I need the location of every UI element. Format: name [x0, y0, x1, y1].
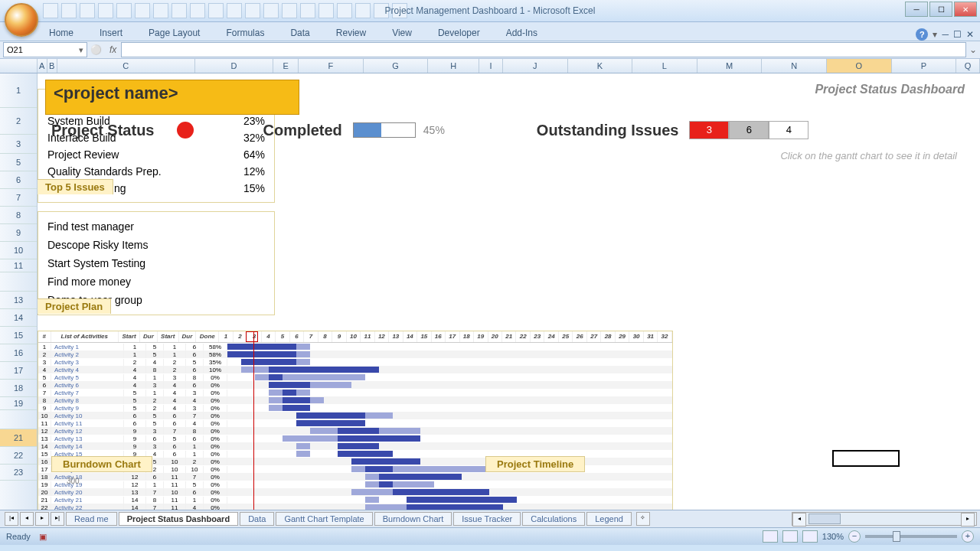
col-header-B[interactable]: B: [47, 59, 57, 73]
ribbon-tab-formulas[interactable]: Formulas: [220, 25, 270, 41]
qat-redo-icon[interactable]: [80, 3, 95, 18]
gantt-row[interactable]: 12Activity 1293780%: [38, 427, 672, 435]
gantt-row[interactable]: 6Activity 643460%: [38, 381, 672, 389]
scroll-left-icon[interactable]: ◂: [792, 513, 806, 527]
qat-print-icon[interactable]: [98, 3, 113, 18]
ribbon-tab-insert[interactable]: Insert: [93, 25, 129, 41]
row-header-7[interactable]: 7: [0, 189, 37, 207]
col-header-K[interactable]: K: [568, 59, 633, 73]
gantt-row[interactable]: 1Activity 1151658%: [38, 343, 672, 350]
workbook-restore-icon[interactable]: ☐: [953, 29, 962, 40]
gantt-row[interactable]: 3Activity 3242535%: [38, 358, 672, 366]
row-header-19[interactable]: 19: [0, 397, 37, 410]
ribbon-tab-data[interactable]: Data: [284, 25, 315, 41]
gantt-row[interactable]: 14Activity 1493610%: [38, 442, 672, 450]
col-header-D[interactable]: D: [195, 59, 274, 73]
sheet-tab-legend[interactable]: Legend: [586, 512, 632, 526]
sheet-tab-read-me[interactable]: Read me: [66, 512, 117, 526]
row-header-9[interactable]: 9: [0, 224, 37, 242]
row-header-gap[interactable]: [0, 410, 37, 429]
gantt-row[interactable]: 5Activity 541380%: [38, 373, 672, 381]
tab-nav-first-icon[interactable]: |◂: [5, 512, 18, 526]
qat-icon[interactable]: [337, 3, 352, 18]
gantt-row[interactable]: 2Activity 2151658%: [38, 350, 672, 358]
qat-icon[interactable]: [263, 3, 279, 18]
col-header-M[interactable]: M: [697, 59, 763, 73]
page-layout-view-icon[interactable]: [782, 530, 798, 543]
row-header-5[interactable]: 5: [0, 154, 37, 171]
qat-icon[interactable]: [172, 3, 187, 18]
col-header-C[interactable]: C: [57, 59, 195, 73]
chevron-down-icon[interactable]: ▾: [79, 45, 83, 55]
ribbon-tab-review[interactable]: Review: [330, 25, 372, 41]
cancel-icon[interactable]: ⚪: [90, 44, 102, 55]
qat-new-icon[interactable]: [135, 3, 150, 18]
workbook-close-icon[interactable]: ✕: [966, 29, 974, 40]
qat-icon[interactable]: [282, 3, 297, 18]
minimize-button[interactable]: ─: [905, 2, 928, 17]
col-header-O[interactable]: O: [827, 59, 892, 73]
ribbon-tab-view[interactable]: View: [386, 25, 418, 41]
tab-nav-last-icon[interactable]: ▸|: [51, 512, 64, 526]
expand-formula-icon[interactable]: ⌄: [969, 44, 977, 55]
ribbon-tab-page-layout[interactable]: Page Layout: [142, 25, 206, 41]
col-header-A[interactable]: A: [38, 59, 47, 73]
workbook-min-icon[interactable]: ─: [942, 29, 949, 40]
zoom-out-button[interactable]: −: [848, 530, 861, 543]
col-header-E[interactable]: E: [273, 59, 299, 73]
gantt-row[interactable]: 10Activity 1065670%: [38, 412, 672, 419]
qat-icon[interactable]: [245, 3, 260, 18]
qat-icon[interactable]: [318, 3, 334, 18]
worksheet-area[interactable]: <project name> Project Status Dashboard …: [38, 73, 980, 510]
help-icon[interactable]: ?: [916, 28, 928, 41]
zoom-slider[interactable]: [865, 535, 957, 538]
column-headers[interactable]: ABCDEFGHIJKLMNOPQ: [0, 59, 980, 73]
ribbon-tab-home[interactable]: Home: [43, 25, 80, 41]
gantt-row[interactable]: 22Activity 221471140%: [38, 504, 672, 510]
sheet-tab-data[interactable]: Data: [240, 512, 274, 526]
gantt-row[interactable]: 13Activity 1396560%: [38, 435, 672, 442]
gantt-row[interactable]: 21Activity 211481110%: [38, 496, 672, 504]
gantt-row[interactable]: 7Activity 751430%: [38, 389, 672, 396]
qat-open-icon[interactable]: [116, 3, 132, 18]
macro-record-icon[interactable]: ▣: [39, 532, 47, 541]
row-header-23[interactable]: 23: [0, 465, 37, 481]
col-header-N[interactable]: N: [762, 59, 827, 73]
name-box[interactable]: O21 ▾: [3, 42, 87, 57]
gantt-row[interactable]: 20Activity 201371060%: [38, 488, 672, 496]
row-header-gap[interactable]: [0, 272, 37, 292]
tab-nav-prev-icon[interactable]: ◂: [20, 512, 34, 526]
ribbon-minimize-icon[interactable]: ▾: [933, 29, 937, 40]
row-header-8[interactable]: 8: [0, 207, 37, 224]
col-header-H[interactable]: H: [428, 59, 479, 73]
horizontal-scrollbar[interactable]: ◂ ▸: [792, 512, 977, 526]
col-header-P[interactable]: P: [892, 59, 957, 73]
sheet-tab-calculations[interactable]: Calculations: [522, 512, 585, 526]
row-headers[interactable]: 12356789101113141516171819212223: [0, 73, 38, 510]
row-header-16[interactable]: 16: [0, 344, 37, 362]
row-header-11[interactable]: 11: [0, 259, 37, 272]
row-header-10[interactable]: 10: [0, 242, 37, 259]
row-header-1[interactable]: 1: [0, 73, 37, 108]
row-header-14[interactable]: 14: [0, 309, 37, 327]
close-button[interactable]: ✕: [954, 2, 977, 17]
fx-icon[interactable]: fx: [109, 44, 116, 55]
qat-icon[interactable]: [153, 3, 168, 18]
qat-icon[interactable]: [190, 3, 205, 18]
col-header-J[interactable]: J: [503, 59, 568, 73]
formula-bar[interactable]: [121, 42, 966, 57]
row-header-6[interactable]: 6: [0, 171, 37, 189]
gantt-row[interactable]: 4Activity 4482610%: [38, 366, 672, 373]
sheet-tab-issue-tracker[interactable]: Issue Tracker: [453, 512, 521, 526]
ribbon-tab-add-ins[interactable]: Add-Ins: [500, 25, 544, 41]
row-header-18[interactable]: 18: [0, 380, 37, 397]
ribbon-tab-developer[interactable]: Developer: [432, 25, 486, 41]
col-header-G[interactable]: G: [364, 59, 429, 73]
zoom-level[interactable]: 130%: [822, 532, 844, 541]
sheet-tab-gantt-chart-template[interactable]: Gantt Chart Template: [276, 512, 372, 526]
gantt-row[interactable]: 8Activity 852440%: [38, 396, 672, 404]
row-header-17[interactable]: 17: [0, 362, 37, 380]
normal-view-icon[interactable]: [763, 530, 778, 543]
col-header-Q[interactable]: Q: [956, 59, 980, 73]
row-header-3[interactable]: 3: [0, 135, 37, 154]
